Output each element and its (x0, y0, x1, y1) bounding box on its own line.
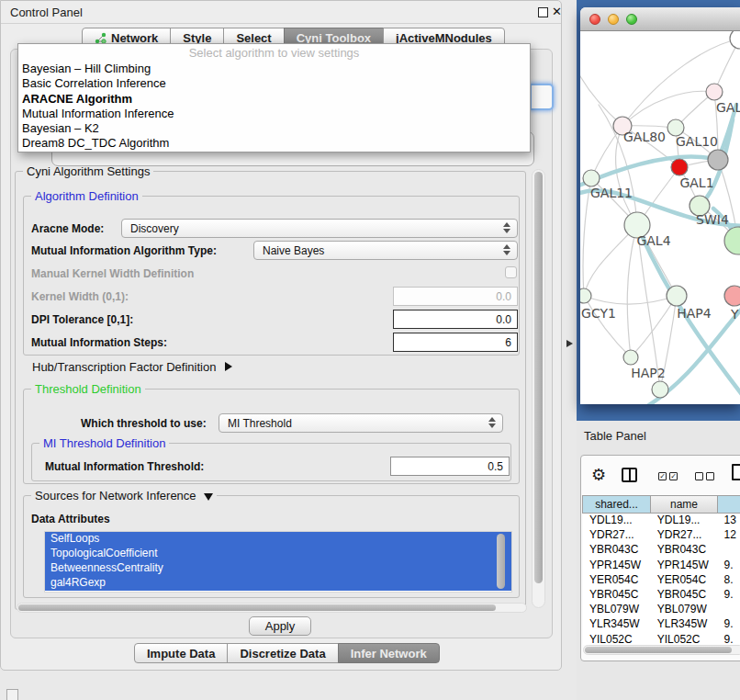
tab-infer-network[interactable]: Infer Network (338, 643, 440, 663)
network-node-hap2[interactable] (623, 350, 638, 365)
table-cell: YER054C (651, 573, 718, 588)
aracne-mode-select[interactable]: Discovery (121, 219, 518, 238)
sources-title[interactable]: Sources for Network Inference (31, 489, 217, 502)
network-node-hap4[interactable] (667, 286, 687, 306)
table-cell: YBL079W (583, 603, 651, 617)
network-canvas[interactable]: GALGAL80GAL10GAL1GAL11SWI4GAL4GCY1HAP4YH… (580, 31, 740, 404)
table-rows: YDL19...YDL19...13YDR27...YDR27...12YBR0… (583, 514, 740, 645)
column-header-name[interactable]: name (650, 495, 718, 514)
network-edge (627, 225, 637, 357)
network-node-y[interactable] (724, 286, 740, 306)
table-row[interactable]: YBR045CYBR045C9. (583, 588, 740, 603)
algorithm-dropdown-popup: Select algorithm to view settings Bayesi… (17, 43, 531, 152)
network-node[interactable] (730, 31, 740, 49)
network-node-gal[interactable] (706, 84, 723, 100)
network-desktop: GALGAL80GAL10GAL1GAL11SWI4GAL4GCY1HAP4YH… (577, 0, 740, 421)
group-title: Cyni Algorithm Settings (23, 164, 153, 178)
deselect-all-columns-icon[interactable] (695, 472, 714, 480)
attribute-item[interactable]: gal4RGexp (45, 576, 511, 591)
table-row[interactable]: YLR345WYLR345W9. (583, 617, 740, 632)
table-cell: YDL19... (651, 514, 718, 528)
column-header-extra[interactable] (717, 495, 740, 514)
attribute-item[interactable]: SelfLoops (45, 532, 511, 547)
node-label: GAL1 (679, 175, 713, 190)
minimize-traffic-icon[interactable] (608, 14, 619, 25)
algorithm-option[interactable]: Dream8 DC_TDC Algorithm (18, 136, 530, 151)
node-label: GAL11 (590, 186, 633, 200)
table-cell: 8. (717, 573, 740, 588)
select-all-columns-icon[interactable]: ✓✓ (658, 472, 678, 480)
network-edge (580, 68, 622, 126)
corner-widget-icon[interactable] (6, 689, 18, 700)
algorithm-placeholder: Select algorithm to view settings (18, 44, 530, 62)
close-traffic-icon[interactable] (589, 14, 600, 25)
columns-icon[interactable] (622, 468, 637, 482)
dpi-tolerance-field[interactable]: 0.0 (393, 310, 518, 329)
table-row[interactable]: YDR27...YDR27...12 (583, 528, 740, 543)
panel-title: Control Panel (10, 6, 83, 19)
settings-horizontal-scrollbar[interactable] (17, 603, 527, 613)
algorithm-option[interactable]: Bayesian – K2 (18, 121, 530, 136)
table-cell: YDL19... (583, 514, 651, 528)
list-scrollbar[interactable] (495, 534, 509, 591)
network-node-gal1[interactable] (671, 159, 688, 175)
table-row[interactable]: YIL052CYIL052C9. (583, 633, 740, 646)
spinner-arrows-icon (503, 244, 510, 255)
algorithm-option[interactable]: Basic Correlation Inference (18, 76, 530, 91)
mi-algorithm-type-select[interactable]: Naive Bayes (253, 241, 518, 260)
table-row[interactable]: YER054CYER054C8. (583, 573, 740, 588)
network-node-gcy1[interactable] (580, 288, 591, 303)
hub-definition-expander[interactable]: Hub/Transcription Factor Definition (32, 360, 232, 374)
table-cell (717, 543, 740, 558)
table-header-row: shared...name (583, 495, 740, 514)
mi-threshold-field[interactable]: 0.5 (390, 457, 510, 476)
function-builder-icon[interactable] (732, 464, 740, 480)
node-label: GAL10 (676, 134, 718, 149)
threshold-definition-group: Threshold Definition Which threshold to … (23, 389, 520, 484)
column-header-shared[interactable]: shared... (582, 495, 651, 514)
table-cell: YPR145W (583, 559, 651, 573)
manual-kernel-checkbox[interactable] (505, 266, 517, 278)
settings-vertical-scrollbar[interactable] (532, 169, 545, 608)
data-attributes-list[interactable]: SelfLoopsTopologicalCoefficientBetweenne… (44, 531, 512, 593)
node-label: GAL (716, 100, 740, 115)
table-cell: YBR045C (651, 588, 718, 603)
mi-steps-field[interactable]: 6 (393, 333, 518, 352)
network-node[interactable] (708, 150, 728, 170)
network-node[interactable] (724, 227, 740, 254)
node-label: SWI4 (696, 212, 729, 227)
table-cell: 9. (717, 588, 740, 603)
algorithm-option[interactable]: Bayesian – Hill Climbing (18, 62, 530, 76)
dpi-tolerance-label: DPI Tolerance [0,1]: (31, 313, 133, 326)
which-threshold-value: MI Threshold (228, 417, 292, 430)
attribute-item[interactable]: TopologicalCoefficient (45, 547, 511, 561)
network-window-titlebar[interactable] (580, 7, 740, 31)
which-threshold-select[interactable]: MI Threshold (219, 413, 503, 433)
table-cell: YPR145W (651, 559, 718, 573)
network-node-gal11[interactable] (583, 170, 600, 186)
tab-impute-data[interactable]: Impute Data (134, 643, 228, 663)
attribute-item[interactable]: BetweennessCentrality (45, 561, 511, 576)
table-horizontal-scrollbar[interactable] (583, 645, 740, 655)
aracne-mode-value: Discovery (130, 222, 179, 235)
group-title: Threshold Definition (31, 382, 145, 396)
table-row[interactable]: YDL19...YDL19...13 (583, 514, 740, 528)
kernel-width-field[interactable]: 0.0 (393, 287, 518, 306)
table-row[interactable]: YPR145WYPR145W9. (583, 559, 740, 573)
network-node[interactable] (652, 381, 668, 398)
gear-icon[interactable]: ⚙ (591, 465, 606, 484)
tab-discretize-data[interactable]: Discretize Data (227, 643, 338, 663)
close-icon[interactable]: ✕ (552, 5, 562, 18)
algorithm-option[interactable]: Mutual Information Inference (18, 107, 530, 121)
expand-arrow-icon (225, 362, 232, 371)
table-row[interactable]: YBL079WYBL079W (583, 603, 740, 617)
table-row[interactable]: YBR043CYBR043C (583, 543, 740, 558)
float-window-icon[interactable] (538, 7, 548, 17)
spinner-arrows-icon (488, 417, 496, 428)
algorithm-option[interactable]: ARACNE Algorithm (18, 92, 530, 107)
apply-button[interactable]: Apply (249, 616, 311, 636)
mi-type-value: Naive Bayes (263, 244, 324, 257)
zoom-traffic-icon[interactable] (626, 14, 637, 25)
data-attributes-label: Data Attributes (31, 513, 110, 525)
table-cell: YDR27... (651, 528, 718, 543)
